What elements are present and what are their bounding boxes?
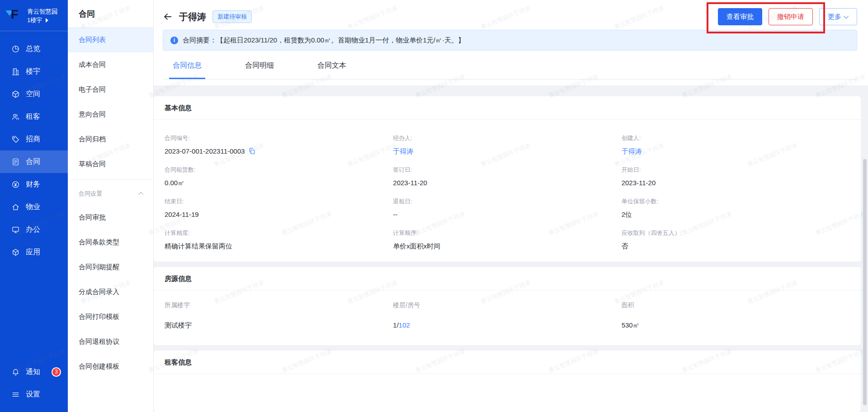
sidebar-item-label: 财务	[26, 180, 40, 189]
sidebar-item-tenants[interactable]: 租客	[0, 105, 68, 128]
building-icon	[11, 67, 20, 76]
field-label: 经办人:	[393, 134, 621, 142]
submenu-item-contract-print-template[interactable]: 合同打印模板	[68, 304, 153, 329]
sidebar-item-label: 总览	[26, 44, 40, 54]
sidebar-item-label: 合同	[26, 157, 40, 167]
app-logo: F	[5, 8, 24, 24]
field-value: 否	[622, 242, 850, 251]
field-contract-number: 合同编号: 2023-07-001-202311-0003	[165, 124, 393, 156]
field-calc-order: 计算顺序: 单价x面积x时间	[393, 219, 621, 251]
submenu-item-contract-clause-types[interactable]: 合同条款类型	[68, 230, 153, 255]
sidebar-item-label: 楼宇	[26, 67, 40, 76]
field-termination-date: 退租日: --	[393, 187, 621, 219]
submenu-item-contract-archive[interactable]: 合同归档	[68, 127, 153, 152]
submenu-item-revenue-share-entry[interactable]: 分成合同录入	[68, 280, 153, 304]
submenu-item-draft-contract[interactable]: 草稿合同	[68, 152, 153, 177]
document-icon	[11, 158, 20, 166]
org-name: 青云智慧园	[27, 7, 58, 16]
field-value: 2023-07-001-202311-0003	[165, 147, 393, 155]
field-creator: 创建人: 于得涛	[622, 124, 850, 156]
building-value: 测试楼宇	[165, 309, 393, 343]
vertical-scrollbar[interactable]	[863, 159, 867, 405]
header-actions: 查看审批 撤销申请 更多	[718, 8, 857, 25]
submenu-group-contract-settings[interactable]: 合同设置	[68, 183, 153, 205]
floor-room-value: 1/102	[393, 309, 621, 343]
basic-info-grid: 合同编号: 2023-07-001-202311-0003 经办人: 于得涛 创…	[154, 120, 861, 262]
expand-right-icon	[46, 18, 48, 23]
monitor-icon	[11, 225, 20, 234]
property-info-grid: 所属楼宇 楼层/房号 面积 测试楼宇 1/102 530㎡	[154, 290, 861, 345]
tab-contract-detail[interactable]: 合同明细	[241, 61, 278, 79]
info-icon: i	[170, 37, 178, 44]
revoke-request-button[interactable]: 撤销申请	[769, 8, 813, 25]
field-label: 结束日:	[165, 197, 393, 206]
building-name: 1楼宇	[27, 16, 42, 25]
section-title-property: 房源信息	[154, 267, 861, 290]
submenu-item-e-contract[interactable]: 电子合同	[68, 77, 153, 102]
submenu-item-intent-contract[interactable]: 意向合同	[68, 102, 153, 127]
sidebar-item-finance[interactable]: 财务	[0, 173, 68, 196]
sidebar-item-label: 招商	[26, 135, 40, 144]
sidebar-item-spaces[interactable]: 空间	[0, 83, 68, 105]
submenu-item-cost-contract[interactable]: 成本合同	[68, 52, 153, 77]
creator-link[interactable]: 于得涛	[622, 147, 850, 156]
field-value: 2023-11-20	[393, 179, 621, 187]
field-lease-area: 合同租赁数: 0.00㎡	[165, 156, 393, 187]
submenu-item-contract-termination-agreement[interactable]: 合同退租协议	[68, 329, 153, 354]
sidebar-item-contracts[interactable]: 合同	[0, 150, 68, 173]
sidebar-item-label: 空间	[26, 89, 40, 99]
view-approval-button[interactable]: 查看审批	[718, 8, 762, 25]
brand-area[interactable]: F 青云智慧园 1楼宇	[0, 0, 68, 31]
sidebar-item-label: 办公	[26, 225, 40, 234]
field-label: 创建人:	[622, 134, 850, 142]
copy-icon[interactable]	[248, 147, 256, 155]
section-title-basic: 基本信息	[154, 96, 861, 120]
room-link[interactable]: 102	[399, 321, 410, 329]
content-area: 基本信息 合同编号: 2023-07-001-202311-0003 经办人: …	[154, 85, 868, 412]
field-start-date: 开始日: 2023-11-20	[622, 156, 850, 187]
field-label: 合同编号:	[165, 134, 393, 142]
primary-nav: 总览 楼宇 空间 租客 招商 合同	[0, 31, 68, 263]
more-button[interactable]: 更多	[819, 8, 857, 25]
notification-badge: 3	[52, 367, 61, 377]
field-value: 2024-11-19	[165, 211, 393, 218]
sidebar-item-label: 租客	[26, 112, 40, 122]
submenu-divider	[68, 179, 153, 180]
app-window: F 青云智慧园 1楼宇 总览 楼宇 空间	[0, 0, 868, 412]
more-label: 更多	[828, 13, 841, 21]
sidebar-item-apps[interactable]: 应用	[0, 241, 68, 263]
submenu-item-contract-list[interactable]: 合同列表	[68, 28, 153, 52]
brand-text: 青云智慧园 1楼宇	[27, 7, 58, 24]
bell-icon	[11, 368, 20, 376]
tag-icon	[11, 135, 20, 144]
handler-link[interactable]: 于得涛	[393, 147, 621, 156]
tab-contract-info[interactable]: 合同信息	[169, 61, 205, 79]
yuan-circle-icon	[11, 180, 20, 189]
field-sign-date: 签订日: 2023-11-20	[393, 156, 621, 187]
page-title: 于得涛	[179, 11, 206, 23]
sidebar-item-buildings[interactable]: 楼宇	[0, 60, 68, 83]
sidebar-item-label: 应用	[26, 248, 40, 257]
building-switcher[interactable]: 1楼宇	[27, 16, 58, 25]
sidebar-item-settings[interactable]: 设置	[0, 383, 68, 406]
sidebar-item-overview[interactable]: 总览	[0, 37, 68, 60]
column-header-building: 所属楼宇	[165, 293, 393, 309]
sidebar-item-office[interactable]: 办公	[0, 218, 68, 241]
sidebar-item-leasing[interactable]: 招商	[0, 128, 68, 150]
chevron-up-icon	[138, 192, 143, 197]
submenu-item-contract-create-template[interactable]: 合同创建模板	[68, 354, 153, 379]
field-label: 应收取到（四舍五入）:	[622, 229, 850, 237]
tenant-info-card: 租客信息	[154, 351, 861, 412]
back-button[interactable]	[163, 12, 173, 22]
contract-summary-banner: i 合同摘要：【起租日2023/11/20，租赁数为0.00㎡。首期物业1月一付…	[163, 30, 857, 51]
sidebar-spacer	[0, 263, 68, 360]
title-row: 于得涛 新建待审核 查看审批 撤销申请 更多	[163, 5, 857, 29]
tab-contract-text[interactable]: 合同文本	[314, 61, 350, 79]
sidebar-item-property[interactable]: 物业	[0, 196, 68, 218]
submenu-item-contract-expiry-reminder[interactable]: 合同到期提醒	[68, 255, 153, 280]
column-header-area: 面积	[622, 293, 850, 309]
sidebar-item-notifications[interactable]: 通知 3	[0, 360, 68, 383]
submenu-item-contract-approval[interactable]: 合同审批	[68, 205, 153, 230]
contract-summary-text: 合同摘要：【起租日2023/11/20，租赁数为0.00㎡。首期物业1月一付，物…	[183, 36, 465, 45]
section-title-tenant: 租客信息	[154, 351, 861, 374]
